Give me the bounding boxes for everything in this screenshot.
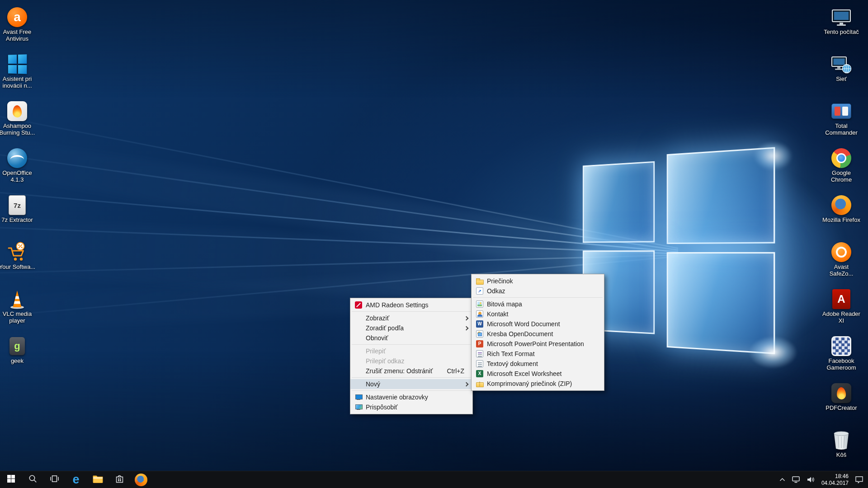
context-menu-item-novy[interactable]: Nový: [350, 379, 472, 389]
submenu-item-zip-priecinok[interactable]: Komprimovaný priečinok (ZIP): [472, 379, 604, 389]
context-menu-item-prisposobit[interactable]: Prispôsobiť: [350, 402, 472, 412]
submenu-item-word-document[interactable]: Microsoft Word Document: [472, 319, 604, 329]
recycle-bin-icon: [830, 429, 852, 451]
desktop-icon-firefox[interactable]: Mozilla Firefox: [821, 194, 861, 238]
submenu-item-odkaz[interactable]: Odkaz: [472, 286, 604, 296]
desktop-icon-chrome[interactable]: Google Chrome: [821, 147, 861, 191]
menu-item-label: Zobraziť: [366, 315, 463, 321]
desktop-icon-your-software[interactable]: Your Softwa...: [0, 241, 37, 285]
desktop-icon-label: Kôš: [836, 452, 846, 459]
file-explorer-taskbar-button[interactable]: [87, 471, 108, 488]
context-menu-item-zobrazit[interactable]: Zobraziť: [350, 313, 472, 323]
your-software-cart-icon: [6, 241, 28, 263]
excel-icon: [476, 370, 483, 377]
submenu-item-excel-worksheet[interactable]: Microsoft Excel Worksheet: [472, 369, 604, 379]
desktop-icon-label: PDFCreator: [826, 405, 857, 412]
windows-upgrade-assistant-icon: [6, 53, 28, 75]
hidden-icons-chevron[interactable]: [779, 471, 785, 488]
menu-item-label: Prilepiť odkaz: [366, 358, 469, 364]
submenu-item-rich-text-format[interactable]: Rich Text Format: [472, 349, 604, 359]
desktop-icons-right-column: Tento počítač Sieť Total Commander: [821, 6, 861, 473]
menu-item-label: Microsoft PowerPoint Presentation: [487, 341, 600, 347]
desktop-icon-facebook-gameroom[interactable]: Facebook Gameroom: [821, 335, 861, 379]
network-places-icon: [830, 53, 852, 75]
adobe-reader-icon: [830, 288, 852, 310]
context-menu-item-prilepit-odkaz: Prilepiť odkaz: [350, 356, 472, 366]
firefox-icon: [830, 194, 852, 216]
clock-date: 04.04.2017: [821, 480, 849, 487]
folder-icon: [476, 277, 483, 285]
desktop-icon-this-pc[interactable]: Tento počítač: [821, 6, 861, 50]
submenu-item-kontakt[interactable]: Kontakt: [472, 309, 604, 319]
firefox-icon: [135, 474, 147, 486]
desktop-icon-recycle-bin[interactable]: Kôš: [821, 429, 861, 473]
zip-folder-icon: [476, 380, 483, 387]
submenu-arrow-icon: [464, 316, 469, 320]
geek-icon: [6, 335, 28, 357]
edge-icon: [72, 474, 79, 486]
desktop-icon-label: Tento počítač: [824, 29, 859, 36]
desktop-icon-pdfcreator[interactable]: PDFCreator: [821, 382, 861, 426]
menu-item-label: Microsoft Excel Worksheet: [487, 371, 600, 377]
firefox-taskbar-button[interactable]: [130, 471, 152, 488]
network-status-icon[interactable]: [792, 471, 800, 488]
taskbar-search-button[interactable]: [22, 471, 43, 488]
pdfcreator-icon: [830, 382, 852, 404]
taskbar-clock[interactable]: 18:46 04.04.2017: [821, 473, 849, 487]
system-tray: 18:46 04.04.2017: [779, 471, 868, 488]
desktop-icon-total-commander[interactable]: Total Commander: [821, 100, 861, 144]
context-menu-item-zoradit-podla[interactable]: Zoradiť podľa: [350, 323, 472, 333]
menu-item-label: Zrušiť zmenu: Odstrániť: [366, 368, 445, 374]
submenu-item-bitova-mapa[interactable]: Bitová mapa: [472, 299, 604, 309]
menu-separator: [473, 297, 603, 298]
desktop-icon-label: Mozilla Firefox: [822, 217, 860, 224]
desktop-icon-upgrade-assistant[interactable]: Asistent pri inovácii n...: [0, 53, 37, 97]
desktop-icon-geek[interactable]: geek: [0, 335, 37, 379]
action-center-icon[interactable]: [855, 471, 863, 488]
openoffice-icon: [6, 147, 28, 169]
desktop-icon-network[interactable]: Sieť: [821, 53, 861, 97]
desktop-icon-avast-free-antivirus[interactable]: Avast Free Antivirus: [0, 6, 37, 50]
desktop-icon-ashampoo-burning-studio[interactable]: Ashampoo Burning Stu...: [0, 100, 37, 144]
desktop-icons-left-column: Avast Free Antivirus Asistent pri inovác…: [0, 6, 37, 379]
wallpaper: [0, 0, 868, 488]
search-icon: [28, 474, 37, 485]
desktop-icon-7z-extractor[interactable]: 7z Extractor: [0, 194, 37, 238]
menu-item-label: Rich Text Format: [487, 351, 600, 357]
submenu-item-priecinok[interactable]: Priečinok: [472, 276, 604, 286]
task-view-icon: [50, 475, 59, 484]
task-view-button[interactable]: [43, 471, 65, 488]
ashampoo-burning-studio-icon: [6, 100, 28, 122]
menu-item-shortcut: Ctrl+Z: [447, 368, 469, 374]
context-menu-item-obnovit[interactable]: Obnoviť: [350, 333, 472, 343]
desktop-icon-avast-safezone[interactable]: Avast SafeZo...: [821, 241, 861, 285]
submenu-arrow-icon: [464, 382, 469, 386]
menu-item-label: Textový dokument: [487, 361, 600, 367]
desktop-icon-adobe-reader[interactable]: Adobe Reader XI: [821, 288, 861, 332]
shortcut-icon: [476, 287, 483, 295]
menu-separator: [352, 311, 471, 312]
desktop-icon-label: Avast Free Antivirus: [0, 29, 37, 42]
menu-item-label: Bitová mapa: [487, 301, 600, 307]
context-menu-item-nastavenie-obrazovky[interactable]: Nastavenie obrazovky: [350, 392, 472, 402]
volume-icon[interactable]: [807, 471, 815, 488]
file-explorer-icon: [93, 474, 103, 485]
menu-item-label: Nový: [366, 381, 463, 387]
context-menu-item-zrusit-zmenu[interactable]: Zrušiť zmenu: Odstrániť Ctrl+Z: [350, 366, 472, 376]
start-button[interactable]: [0, 471, 22, 488]
desktop-icon-vlc[interactable]: VLC media player: [0, 288, 37, 332]
menu-item-label: Kresba OpenDocument: [487, 331, 600, 337]
desktop-icon-openoffice[interactable]: OpenOffice 4.1.3: [0, 147, 37, 191]
submenu-item-powerpoint-presentation[interactable]: Microsoft PowerPoint Presentation: [472, 339, 604, 349]
submenu-item-textovy-dokument[interactable]: Textový dokument: [472, 359, 604, 369]
desktop: Avast Free Antivirus Asistent pri inovác…: [0, 0, 868, 488]
start-icon: [7, 475, 15, 484]
powerpoint-icon: [476, 340, 483, 347]
submenu-item-kresba-opendocument[interactable]: Kresba OpenDocument: [472, 329, 604, 339]
edge-taskbar-button[interactable]: [65, 471, 87, 488]
store-taskbar-button[interactable]: [108, 471, 130, 488]
chrome-icon: [830, 147, 852, 169]
context-menu-item-amd-radeon-settings[interactable]: AMD Radeon Settings: [350, 300, 472, 310]
7z-extractor-icon: [6, 194, 28, 216]
menu-item-label: Microsoft Word Document: [487, 321, 600, 327]
